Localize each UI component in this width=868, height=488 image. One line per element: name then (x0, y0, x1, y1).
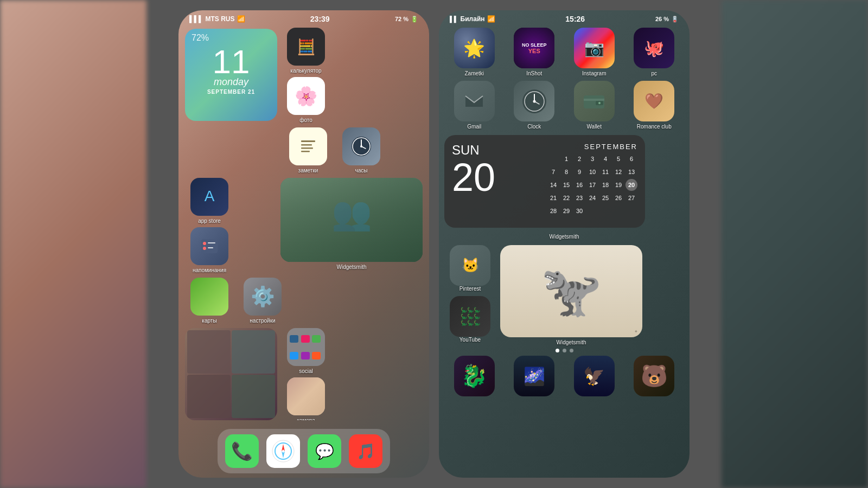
signal-bars-right: ▌▌ (450, 16, 458, 22)
widgetsmith-dino-widget[interactable]: 🦖 ✦ Widgetsmith (500, 245, 642, 345)
svg-rect-1 (301, 140, 315, 142)
appstore-icon: A (190, 178, 228, 216)
status-left-right: ▌▌ Билайн 📶 (450, 15, 495, 23)
app-camera[interactable]: камера (282, 377, 330, 420)
dock-messages[interactable]: 💬 (308, 434, 341, 468)
bear-icon: 🐻 (634, 356, 674, 396)
widgetsmith-group-widget[interactable]: Widgetsmith (185, 328, 277, 420)
rwallet-icon (574, 81, 615, 121)
app-maps[interactable]: карты (185, 278, 234, 324)
wifi-icon-left: 📶 (237, 15, 245, 23)
widget-dayname: monday (190, 76, 272, 88)
camera-icon (287, 377, 325, 415)
time-left: 23:39 (310, 15, 330, 23)
photos-icon: 🌸 (287, 77, 325, 115)
reminders-label: напоминания (193, 267, 226, 273)
color-widget[interactable]: 72% 11 monday SEPTEMBER 21 (185, 29, 277, 121)
svg-rect-2 (301, 144, 312, 146)
dock-phone[interactable]: 📞 (225, 434, 259, 468)
dock-safari[interactable] (266, 434, 300, 468)
right-widget-row: 🐱 Pinterest 🦕🦕🦕🦕🦕🦕🦕🦕🦕 (439, 245, 690, 345)
status-right-right: 26 % 🪫 (655, 16, 679, 23)
app-appstore[interactable]: A app store (185, 178, 234, 224)
svg-rect-16 (208, 247, 213, 248)
pinterest-label: Pinterest (459, 286, 481, 292)
app-dragon[interactable]: 🐉 (449, 356, 500, 396)
app-zametki[interactable]: 🌟 Zametki (449, 28, 500, 76)
svg-point-13 (203, 242, 206, 245)
dock-music[interactable]: 🎵 (349, 434, 382, 468)
app-pc[interactable]: 🐙 pc (628, 28, 680, 76)
svg-rect-14 (208, 242, 215, 243)
app-bird[interactable]: 🦅 (569, 356, 620, 396)
app-instagram[interactable]: 📷 Instagram (569, 28, 620, 76)
svg-text:A: A (205, 188, 215, 204)
appstore-label: app store (198, 218, 221, 224)
widgetsmith-bts-widget[interactable]: 👥 Widgetsmith (280, 178, 423, 270)
app-reminders[interactable]: напоминания (185, 227, 234, 273)
dot-r3 (570, 349, 573, 352)
battery-icon-right: 🪫 (671, 16, 679, 23)
page-dots-right (439, 349, 690, 352)
status-bar-right: ▌▌ Билайн 📶 15:26 26 % 🪫 (439, 10, 690, 25)
cal-month: SEPTEMBER (547, 143, 637, 151)
svg-rect-4 (301, 151, 310, 152)
calendar-widget-label: Widgetsmith (549, 234, 579, 240)
status-bar-left: ▌▌▌ MTS RUS 📶 23:39 72 % 🔋 (178, 10, 429, 25)
clock-icon (342, 127, 380, 165)
app-clock[interactable]: часы (337, 127, 386, 174)
cal-day-num: 20 (452, 158, 495, 197)
phone-dock-icon: 📞 (225, 434, 259, 468)
left-phone: ▌▌▌ MTS RUS 📶 23:39 72 % 🔋 72% (178, 10, 429, 478)
inshot-icon: NO SLEEPYES (514, 28, 554, 68)
safari-dock-icon (266, 434, 300, 468)
app-romance[interactable]: 🤎 Romance club (628, 81, 680, 130)
widgetsmith-dino-label: Widgetsmith (556, 339, 586, 345)
settings-icon: ⚙️ (244, 278, 282, 316)
right-bottom-row: 🐉 🌌 🦅 🐻 (439, 356, 690, 396)
instagram-label: Instagram (582, 70, 606, 76)
notes-label: заметки (298, 168, 318, 174)
pc-label: pc (651, 70, 657, 76)
battery-pct-right: 26 % (655, 16, 669, 22)
svg-rect-28 (584, 99, 604, 101)
widget-battery: 72% (192, 33, 209, 43)
app-settings[interactable]: ⚙️ настройки (238, 278, 287, 324)
app-gmail[interactable]: Gmail (449, 81, 500, 130)
gmail-label: Gmail (467, 124, 481, 130)
widgetsmith-bts-label: Widgetsmith (336, 264, 366, 270)
camera-label: камера (297, 418, 315, 420)
app-inshot[interactable]: NO SLEEPYES InShot (508, 28, 560, 76)
svg-rect-12 (201, 239, 218, 253)
bird-icon: 🦅 (574, 356, 615, 396)
settings-label: настройки (250, 318, 275, 324)
app-social-folder[interactable]: social (282, 328, 330, 374)
zametki-label: Zametki (464, 70, 484, 76)
app-youtube[interactable]: 🦕🦕🦕🦕🦕🦕🦕🦕🦕 YouTube (444, 296, 496, 343)
gmail-icon (454, 81, 495, 121)
dot-r2 (563, 349, 566, 352)
social-folder-label: social (299, 368, 313, 374)
notes-icon (289, 127, 327, 165)
svg-point-15 (203, 247, 206, 250)
rclock-icon (514, 81, 554, 121)
calendar-widget: SUN 20 SEPTEMBER 1 2 3 4 (444, 135, 645, 228)
app-notes[interactable]: заметки (284, 127, 333, 174)
reminders-icon (190, 227, 228, 265)
app-calculator[interactable]: 🧮 калькулятор (282, 28, 330, 74)
romance-label: Romance club (637, 124, 672, 130)
status-right-left: 72 % 🔋 (395, 16, 418, 23)
app-pinterest[interactable]: 🐱 Pinterest (444, 245, 496, 292)
svg-point-9 (360, 145, 362, 147)
zametki-icon: 🌟 (454, 28, 495, 68)
romance-icon: 🤎 (634, 81, 674, 121)
app-sky[interactable]: 🌌 (508, 356, 560, 396)
app-rclock[interactable]: Clock (508, 81, 560, 130)
app-rwallet[interactable]: Wallet (569, 81, 620, 130)
widget-date: SEPTEMBER 21 (190, 89, 272, 95)
app-photos[interactable]: 🌸 фото (282, 77, 330, 123)
pc-icon: 🐙 (634, 28, 674, 68)
maps-icon (190, 278, 228, 316)
app-bear[interactable]: 🐻 (628, 356, 680, 396)
wifi-icon-right: 📶 (487, 15, 495, 23)
